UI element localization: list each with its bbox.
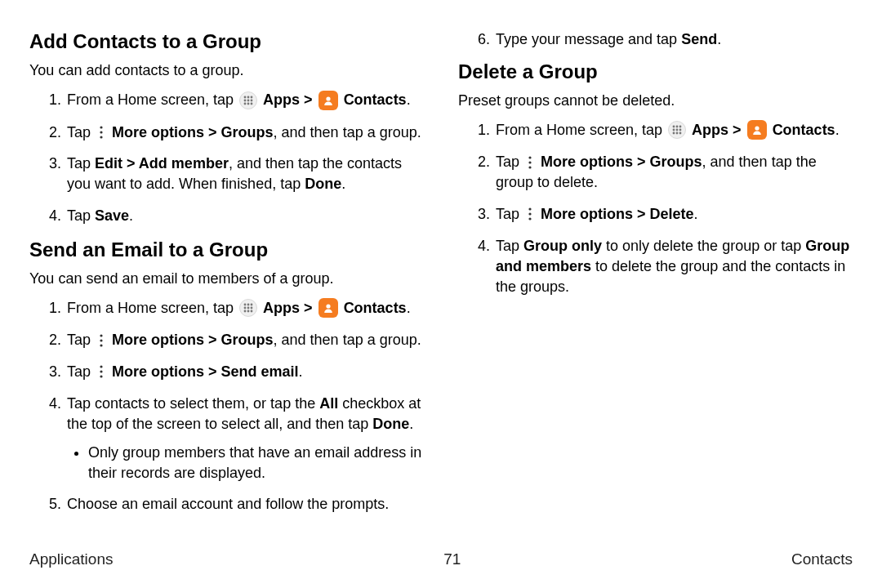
text: to only delete the group or tap (602, 238, 805, 254)
svg-point-40 (528, 161, 531, 163)
svg-point-37 (679, 132, 682, 135)
svg-point-34 (679, 129, 682, 131)
svg-point-22 (326, 305, 330, 309)
more-options-icon (525, 206, 535, 222)
sub-list: Only group members that have an email ad… (67, 443, 424, 483)
svg-point-2 (251, 96, 253, 98)
list-item: Tap More options > Send email. (65, 362, 424, 382)
text: . (299, 363, 303, 380)
svg-point-14 (247, 304, 250, 306)
svg-point-33 (676, 129, 679, 131)
svg-point-21 (251, 310, 253, 313)
bold-text: More options > Groups (112, 332, 274, 348)
bold-text: Done (372, 416, 409, 432)
svg-point-39 (528, 156, 531, 158)
heading-send-email: Send an Email to a Group (29, 238, 424, 262)
text: . (407, 300, 411, 316)
svg-point-3 (244, 99, 247, 101)
svg-point-27 (100, 371, 102, 373)
apps-icon (239, 91, 257, 109)
more-options-icon (96, 363, 106, 380)
text: Tap (67, 363, 95, 380)
svg-point-7 (247, 102, 250, 105)
list-item: Tap Save. (65, 206, 424, 226)
list-item: Tap More options > Groups, and then tap … (65, 330, 424, 350)
svg-point-11 (100, 131, 102, 133)
svg-point-43 (528, 213, 531, 216)
bold-text: More options > Groups (541, 154, 702, 170)
svg-point-28 (100, 376, 102, 378)
list-item: From a Home screen, tap Apps > Contacts. (494, 120, 853, 140)
text: Tap (67, 124, 95, 140)
contacts-icon (747, 120, 767, 140)
svg-point-8 (251, 102, 253, 105)
svg-point-16 (244, 307, 247, 310)
text: . (694, 206, 698, 222)
svg-point-42 (528, 208, 531, 211)
text: Tap (496, 206, 523, 222)
text: . (129, 207, 133, 224)
text: Tap (67, 207, 95, 224)
footer-right: Contacts (791, 550, 853, 568)
footer-page-number: 71 (443, 550, 461, 568)
text: Tap (496, 154, 523, 170)
apps-icon (239, 299, 257, 317)
svg-point-41 (528, 166, 531, 168)
more-options-icon (96, 332, 106, 349)
svg-point-30 (676, 126, 679, 128)
text: . (835, 122, 840, 138)
list-item: From a Home screen, tap Apps > Contacts. (65, 90, 424, 110)
chevron-text: > (728, 122, 746, 138)
svg-point-12 (100, 136, 102, 138)
list-item: Type your message and tap Send. (494, 29, 853, 50)
list-item: Only group members that have an email ad… (88, 443, 424, 483)
contacts-label: Contacts (344, 91, 407, 108)
steps-add-contacts: From a Home screen, tap Apps > Contacts.… (29, 90, 424, 226)
svg-point-29 (673, 126, 675, 128)
chevron-text: > (300, 91, 317, 108)
list-item: Tap Group only to only delete the group … (494, 236, 853, 296)
page-footer: Applications 71 Contacts (29, 550, 853, 568)
text: . (407, 91, 411, 108)
apps-label: Apps (263, 91, 300, 108)
apps-icon (668, 121, 686, 139)
lead-add-contacts: You can add contacts to a group. (29, 60, 424, 80)
contacts-label: Contacts (773, 122, 835, 138)
svg-point-44 (528, 218, 531, 220)
apps-label: Apps (263, 300, 300, 316)
heading-add-contacts: Add Contacts to a Group (29, 29, 424, 54)
svg-point-13 (244, 304, 247, 306)
lead-send-email: You can send an email to members of a gr… (29, 269, 424, 288)
bold-text: More options > Send email (112, 363, 299, 380)
svg-point-6 (244, 102, 247, 105)
svg-point-23 (100, 334, 102, 336)
contacts-icon (318, 298, 338, 318)
lead-delete-group: Preset groups cannot be deleted. (458, 91, 853, 110)
bold-text: Save (95, 207, 129, 224)
svg-point-35 (673, 132, 675, 135)
bold-text: Group only (523, 238, 602, 254)
svg-point-4 (247, 99, 250, 101)
svg-point-10 (100, 126, 102, 128)
svg-point-19 (244, 310, 247, 313)
svg-point-31 (679, 126, 682, 128)
text: Tap contacts to select them, or tap the (67, 395, 319, 412)
svg-point-32 (673, 129, 675, 131)
more-options-icon (525, 154, 535, 171)
text: From a Home screen, tap (67, 91, 238, 108)
footer-left: Applications (29, 550, 113, 568)
bold-text: More options > Groups (112, 124, 274, 140)
svg-point-18 (251, 307, 253, 310)
bold-text: All (319, 395, 338, 412)
bold-text: Done (305, 176, 341, 192)
svg-point-17 (247, 307, 250, 310)
text: Tap (496, 238, 523, 254)
chevron-text: > (300, 300, 317, 316)
text: From a Home screen, tap (67, 300, 238, 316)
bold-text: More options > Delete (541, 206, 694, 222)
svg-point-36 (676, 132, 679, 135)
list-item: Tap contacts to select them, or tap the … (65, 394, 424, 483)
list-item: Choose an email account and follow the p… (65, 494, 424, 514)
text: Type your message and tap (496, 31, 681, 47)
steps-delete-group: From a Home screen, tap Apps > Contacts.… (458, 120, 853, 296)
